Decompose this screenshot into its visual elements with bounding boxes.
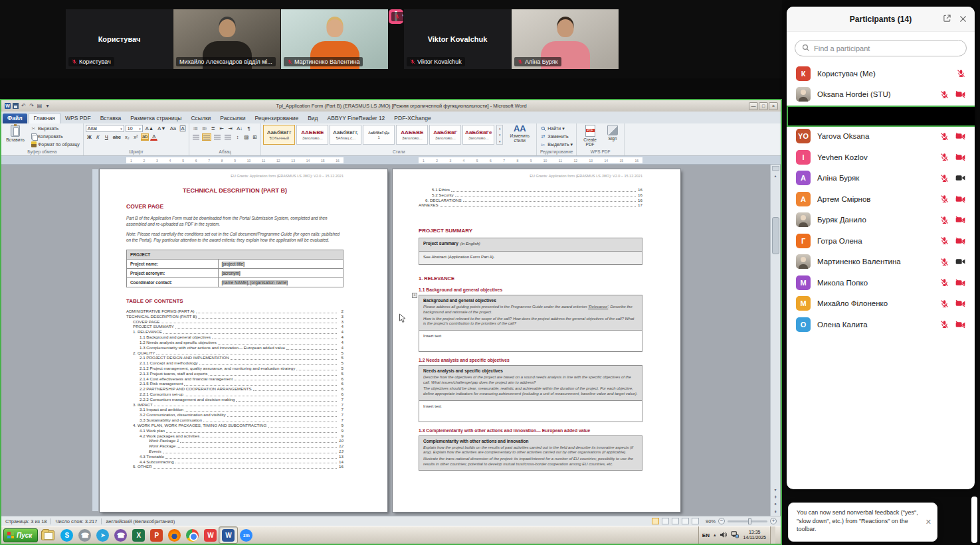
- toc-entry[interactable]: Work Package 1 10: [126, 438, 343, 443]
- align-left-icon[interactable]: [191, 133, 201, 141]
- taskbar-app[interactable]: ☎: [76, 527, 94, 543]
- sort-icon[interactable]: А↓: [235, 125, 244, 132]
- toc-entry[interactable]: 3.1 Impact and ambition 7: [126, 407, 343, 412]
- video-tile[interactable]: Користувач Користувач: [66, 9, 173, 69]
- participant-row[interactable]: М Михайло Філоненко ⬆: [787, 293, 975, 315]
- taskbar-app[interactable]: ➤: [94, 527, 112, 543]
- subscript-button[interactable]: x₂: [124, 133, 131, 141]
- minimize-button[interactable]: —: [749, 102, 758, 110]
- ribbon-tab[interactable]: Файл: [3, 114, 27, 123]
- ribbon-tab[interactable]: Рецензирование: [250, 114, 304, 123]
- toc-entry[interactable]: 2.1.1 Concept and methodology 5: [126, 360, 343, 366]
- participant-row[interactable]: А Аліна Буряк ⬆: [787, 168, 975, 189]
- style-gallery-item[interactable]: АаБбВвГгДе 1: [363, 125, 395, 145]
- toc-entry[interactable]: 2.2.2 Consortium management and decision…: [126, 397, 343, 402]
- participant-row[interactable]: Oksana Hordei (STU) ⬆: [787, 84, 975, 106]
- font-size-combo[interactable]: 10▾: [126, 125, 143, 132]
- justify-icon[interactable]: [223, 133, 233, 141]
- shrink-font-button[interactable]: А▼: [156, 125, 167, 132]
- multilevel-list-icon[interactable]: ≣: [209, 125, 217, 132]
- undo-icon[interactable]: ↶: [21, 103, 27, 109]
- status-page[interactable]: Страница: 3 из 18: [5, 518, 47, 524]
- toc-entry[interactable]: 4.1 Work plan 9: [126, 428, 343, 433]
- toc-entry[interactable]: 5.1 Ethics 16: [419, 187, 642, 193]
- zoom-slider[interactable]: [728, 520, 767, 522]
- toc-entry[interactable]: 2.1.5 Risk management 6: [126, 381, 343, 386]
- toc-entry[interactable]: 2.2 PARTNERSHIP AND COOPERATION ARRANGEM…: [126, 386, 343, 392]
- word-logo-icon[interactable]: W: [5, 103, 11, 109]
- word-titlebar[interactable]: W ↶ ↷ ▤ ▾ Tpl_Application Form (Part B) …: [1, 100, 781, 112]
- copy-button[interactable]: Копировать: [29, 133, 81, 140]
- video-tile[interactable]: Yevhen Kozlov I Yevhen Kozlov: [389, 9, 403, 24]
- numbering-icon[interactable]: ≕: [201, 125, 209, 132]
- web-layout-view-icon[interactable]: [672, 518, 679, 524]
- font-name-combo[interactable]: Arial▾: [86, 125, 124, 132]
- video-tile[interactable]: Мартиненко Валентина Мартиненко Валентин…: [281, 9, 388, 69]
- style-gallery-item[interactable]: АаБбВвГг, ¶Абзац с...: [330, 125, 361, 145]
- toc-entry[interactable]: 4. WORK PLAN, WORK PACKAGES, TIMING AND …: [126, 423, 343, 428]
- sign-button[interactable]: Sign: [603, 125, 622, 141]
- video-tile[interactable]: Viktor Kovalchuk Viktor Kovalchuk: [404, 9, 511, 69]
- horizontal-ruler[interactable]: 12345678910111213141516 1234567891011121…: [1, 156, 781, 165]
- toc-entry[interactable]: 3.2 Communication, dissemination and vis…: [126, 412, 343, 418]
- style-gallery-item[interactable]: АаБбВвГе Заголово...: [462, 125, 494, 145]
- taskbar-app[interactable]: [183, 527, 201, 543]
- insert-text-cell[interactable]: Insert text: [419, 330, 642, 351]
- highlight-button[interactable]: ab: [141, 133, 149, 141]
- outdent-icon[interactable]: ⇤: [218, 125, 225, 132]
- speaker-icon[interactable]: [720, 529, 727, 541]
- zoom-out-icon[interactable]: −: [718, 518, 725, 524]
- toc-entry[interactable]: 5.2 Security 16: [419, 193, 642, 198]
- taskbar-app[interactable]: W: [219, 527, 237, 543]
- italic-button[interactable]: К: [94, 133, 102, 141]
- zoom-level[interactable]: 90%: [706, 518, 716, 524]
- toc-entry[interactable]: TECHNICAL DESCRIPTION (PART B) 3: [126, 314, 343, 319]
- ribbon-tab[interactable]: Главная: [29, 113, 60, 123]
- video-tile[interactable]: Аліна Буряк Аліна Буряк: [512, 9, 619, 69]
- clear-format-button[interactable]: 🄰: [179, 125, 187, 132]
- toc-entry[interactable]: 2.1.4 Cost effectiveness and financial m…: [126, 376, 343, 382]
- bullets-icon[interactable]: ≔: [191, 125, 199, 132]
- taskbar-app[interactable]: S: [58, 527, 76, 543]
- toc-entry[interactable]: 1. RELEVANCE 4: [126, 329, 343, 335]
- status-wordcount[interactable]: Число слов: 3.217: [55, 518, 97, 524]
- fullscreen-view-icon[interactable]: [662, 518, 669, 524]
- style-gallery-item[interactable]: ААББВЕ Заголово...: [396, 125, 428, 145]
- toc-entry[interactable]: 5. OTHER 16: [126, 464, 343, 469]
- ribbon-tab[interactable]: Разметка страницы: [126, 114, 186, 123]
- toc-entry[interactable]: 2. QUALITY 5: [126, 350, 343, 356]
- format-painter-button[interactable]: Формат по образцу: [29, 141, 81, 148]
- create-pdf-button[interactable]: Create PDF: [579, 125, 601, 147]
- split-handle[interactable]: [772, 166, 779, 171]
- change-styles-button[interactable]: ААИзменить стили: [505, 125, 534, 143]
- question-table-1-2[interactable]: Needs analysis and specific objectives D…: [419, 365, 642, 422]
- toc-entry[interactable]: PROJECT SUMMARY 4: [126, 324, 343, 329]
- outline-view-icon[interactable]: [682, 518, 689, 524]
- participant-row[interactable]: Мартиненко Валентина ⬆: [787, 252, 975, 273]
- taskbar-app[interactable]: zm: [237, 527, 255, 543]
- ribbon-tab[interactable]: WPS PDF: [60, 114, 96, 123]
- toc-entry[interactable]: ANNEXES 17: [419, 202, 642, 208]
- insert-text-cell[interactable]: Insert text: [419, 400, 642, 422]
- participant-search[interactable]: [795, 40, 967, 56]
- ribbon-tab[interactable]: Рассылки: [215, 114, 250, 123]
- strikethrough-button[interactable]: abc: [112, 133, 122, 141]
- print-preview-icon[interactable]: ▤: [37, 103, 43, 109]
- toc-entry[interactable]: 3.3 Sustainability and continuation 7: [126, 418, 343, 423]
- language-indicator[interactable]: EN: [702, 532, 710, 538]
- borders-icon[interactable]: ⊞: [251, 133, 258, 141]
- ribbon-tab[interactable]: ABBYY FineReader 12: [323, 114, 390, 123]
- close-button[interactable]: ×: [769, 102, 778, 110]
- shading-icon[interactable]: ▨: [243, 133, 250, 141]
- next-page-icon[interactable]: ⇟: [772, 508, 779, 514]
- video-tile[interactable]: Михайло Александров відділ мі... Михайло…: [173, 9, 280, 69]
- print-layout-view-icon[interactable]: [652, 518, 659, 524]
- search-input[interactable]: [814, 44, 959, 52]
- underline-button[interactable]: Ч: [103, 133, 110, 141]
- taskbar-clock[interactable]: 13:3514/11/2025: [743, 530, 766, 541]
- participant-row[interactable]: О Олена Калита ⬆: [787, 314, 975, 335]
- participant-row[interactable]: YO Yarova Oksana ⬆: [787, 126, 975, 147]
- scroll-up-icon[interactable]: ▴: [772, 172, 779, 179]
- collapsed-panel-edge[interactable]: [971, 497, 977, 543]
- select-button[interactable]: ▻Выделить ▾: [539, 141, 574, 148]
